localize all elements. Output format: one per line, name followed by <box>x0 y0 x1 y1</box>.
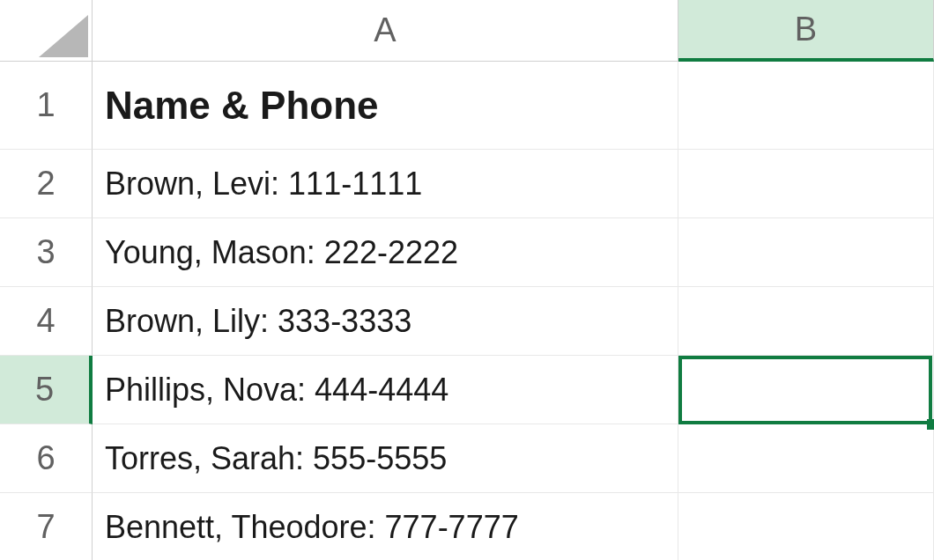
row-header-7[interactable]: 7 <box>0 493 93 560</box>
spreadsheet-grid: A B 1 Name & Phone 2 Brown, Levi: 111-11… <box>0 0 934 560</box>
cell-A4[interactable]: Brown, Lily: 333-3333 <box>93 287 678 356</box>
cell-A2[interactable]: Brown, Levi: 111-1111 <box>93 150 678 218</box>
cell-A6[interactable]: Torres, Sarah: 555-5555 <box>93 424 678 493</box>
cell-B2[interactable] <box>678 150 934 218</box>
cell-B6[interactable] <box>678 424 934 493</box>
row-header-3[interactable]: 3 <box>0 218 93 287</box>
cell-B3[interactable] <box>678 218 934 287</box>
select-all-triangle-icon <box>39 15 88 57</box>
cell-B7[interactable] <box>678 493 934 560</box>
column-header-B[interactable]: B <box>678 0 934 62</box>
column-header-A[interactable]: A <box>93 0 678 62</box>
cell-B5[interactable] <box>678 356 934 424</box>
cell-A7[interactable]: Bennett, Theodore: 777-7777 <box>93 493 678 560</box>
row-header-6[interactable]: 6 <box>0 424 93 493</box>
cell-B1[interactable] <box>678 62 934 150</box>
cell-A3[interactable]: Young, Mason: 222-2222 <box>93 218 678 287</box>
row-header-2[interactable]: 2 <box>0 150 93 218</box>
select-all-corner[interactable] <box>0 0 93 62</box>
row-header-1[interactable]: 1 <box>0 62 93 150</box>
cell-B4[interactable] <box>678 287 934 356</box>
row-header-4[interactable]: 4 <box>0 287 93 356</box>
cell-A5[interactable]: Phillips, Nova: 444-4444 <box>93 356 678 424</box>
fill-handle[interactable] <box>927 419 934 430</box>
row-header-5[interactable]: 5 <box>0 356 93 424</box>
cell-A1[interactable]: Name & Phone <box>93 62 678 150</box>
